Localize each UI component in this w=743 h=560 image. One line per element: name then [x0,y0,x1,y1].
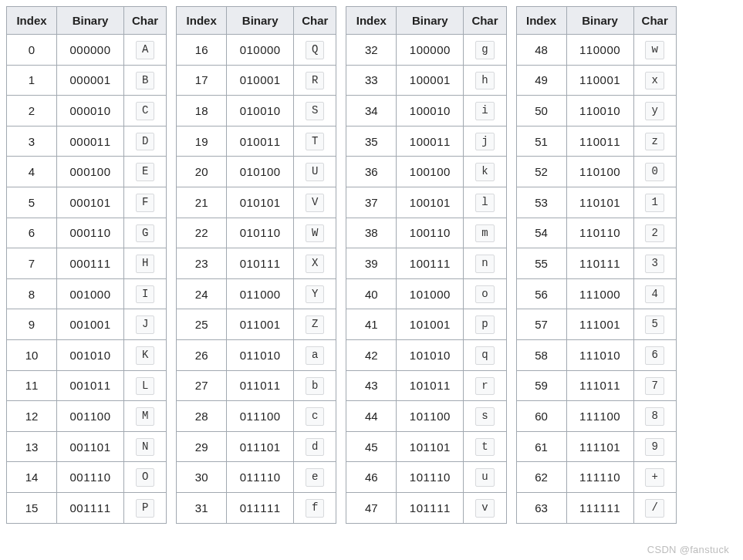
char-code: T [306,133,324,151]
cell-char: v [464,492,506,523]
column-header-binary: Binary [566,7,633,35]
cell-binary: 011011 [227,370,294,401]
char-code: u [475,468,494,487]
table-row: 581110106 [516,339,676,370]
cell-binary: 011000 [227,278,294,309]
cell-char: w [633,35,676,66]
char-code: e [306,468,324,487]
cell-index: 35 [346,126,397,157]
cell-index: 11 [7,370,57,401]
table-row: 24011000Y [177,278,336,309]
cell-binary: 011111 [227,492,294,523]
cell-char: i [464,96,506,127]
cell-index: 56 [516,278,566,309]
cell-binary: 110110 [566,218,633,248]
table-row: 611111019 [516,431,676,462]
cell-binary: 111110 [566,462,633,493]
table-row: 531101011 [516,187,676,218]
char-code: j [475,133,494,151]
table-row: 34100010i [346,96,506,127]
cell-index: 4 [7,157,57,187]
char-code: s [475,407,494,426]
cell-index: 31 [177,492,227,523]
char-code: H [136,255,154,273]
cell-index: 23 [177,248,227,279]
cell-char: P [124,492,167,523]
table-row: 41101001p [346,309,506,340]
char-code: z [645,133,664,151]
cell-index: 43 [346,370,397,401]
cell-binary: 010010 [227,96,294,127]
cell-index: 3 [7,126,57,157]
char-code: X [306,255,324,273]
char-code: a [306,346,324,365]
cell-index: 45 [346,431,397,462]
cell-index: 14 [7,462,57,493]
cell-binary: 100000 [397,35,464,66]
cell-binary: 101101 [397,431,464,462]
cell-index: 58 [516,339,566,370]
table-row: 12001100M [7,401,167,432]
column-header-char: Char [464,7,506,35]
cell-index: 28 [177,401,227,432]
cell-index: 61 [516,431,566,462]
table-row: 541101102 [516,218,676,248]
cell-binary: 100010 [397,96,464,127]
table-row: 10001010K [7,339,167,370]
column-header-index: Index [346,7,397,35]
char-code: R [306,72,324,90]
cell-index: 44 [346,401,397,432]
cell-char: L [124,370,167,401]
cell-char: 5 [633,309,676,340]
cell-binary: 100011 [397,126,464,157]
cell-index: 10 [7,339,57,370]
cell-char: u [464,462,506,493]
table-row: 27011011b [177,370,336,401]
table-row: 42101010q [346,339,506,370]
table-row: 21010101V [177,187,336,218]
char-code: o [475,285,494,304]
cell-binary: 001100 [57,401,124,432]
cell-index: 59 [516,370,566,401]
cell-binary: 111010 [566,339,633,370]
cell-binary: 111101 [566,431,633,462]
cell-binary: 110001 [566,65,633,96]
cell-index: 20 [177,157,227,187]
cell-char: 3 [633,248,676,279]
char-code: v [475,499,494,518]
cell-char: Q [294,35,336,66]
char-code: U [306,163,324,181]
table-row: 39100111n [346,248,506,279]
cell-binary: 110000 [566,35,633,66]
column-header-binary: Binary [397,7,464,35]
char-code: w [645,41,664,59]
char-code: Y [306,285,324,304]
cell-index: 32 [346,35,397,66]
cell-index: 18 [177,96,227,127]
cell-char: J [124,309,167,340]
encoding-table-2: IndexBinaryChar32100000g33100001h3410001… [346,6,506,524]
cell-index: 8 [7,278,57,309]
cell-index: 36 [346,157,397,187]
table-row: 11001011L [7,370,167,401]
table-row: 51110011z [516,126,676,157]
cell-binary: 010110 [227,218,294,248]
char-code: 6 [645,346,664,365]
cell-char: G [124,218,167,248]
table-row: 44101100s [346,401,506,432]
table-row: 32100000g [346,35,506,66]
cell-binary: 011110 [227,462,294,493]
char-code: i [475,102,494,120]
table-row: 22010110W [177,218,336,248]
cell-index: 19 [177,126,227,157]
cell-binary: 001101 [57,431,124,462]
cell-index: 60 [516,401,566,432]
cell-index: 47 [346,492,397,523]
char-code: k [475,163,494,181]
cell-char: K [124,339,167,370]
cell-index: 49 [516,65,566,96]
cell-binary: 000100 [57,157,124,187]
cell-char: x [633,65,676,96]
cell-char: r [464,370,506,401]
cell-char: U [294,157,336,187]
